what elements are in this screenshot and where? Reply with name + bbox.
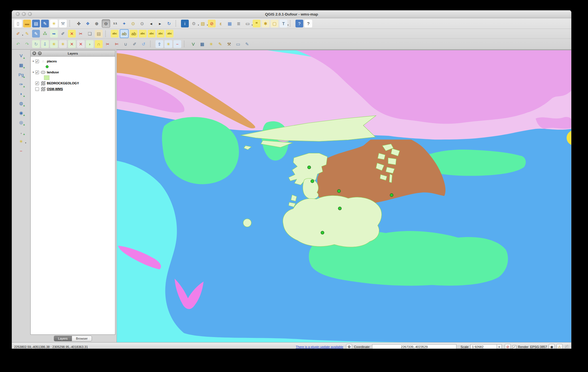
current-edits-button[interactable]: ✐ ▾ (14, 30, 22, 38)
zoom-in-button[interactable]: ⊕ ▾ (93, 20, 101, 27)
crs-status-button[interactable]: ◉ (549, 344, 555, 349)
plugin-manager-button[interactable]: ⚙ (346, 344, 352, 349)
labeling-button[interactable]: abc ▾ (111, 30, 119, 38)
float-panel-button[interactable]: ❐ (38, 51, 42, 55)
grass-close-mapset-button[interactable]: − ▾ (173, 40, 181, 48)
node-tool-button[interactable]: ✐ ▾ (59, 30, 67, 38)
field-calculator-button[interactable]: ≣ ▾ (235, 20, 243, 27)
label-pin-unpin-button[interactable]: ab ▾ (120, 29, 129, 38)
remove-layer-button[interactable]: − ▾ (17, 147, 25, 155)
expand-arrow-icon[interactable]: ▼ (31, 60, 35, 63)
grass-tools-button[interactable]: ⚒ ▾ (225, 40, 233, 48)
delete-ring-button[interactable]: ✕ ▾ (68, 40, 76, 48)
new-shapefile-layer-button[interactable]: ✳ ▾ (17, 137, 25, 145)
zoom-full-button[interactable]: ✦ ▾ (120, 20, 128, 27)
zoom-last-button[interactable]: ◂ ▾ (147, 20, 155, 27)
text-annotation-button[interactable]: T ▾ (280, 20, 287, 27)
open-project-button[interactable]: ▬ ▾ (23, 20, 31, 27)
grass-new-mapset-button[interactable]: ✳ ▾ (164, 40, 172, 48)
cut-features-button[interactable]: ✂ ▾ (77, 30, 85, 38)
label-pin-button[interactable]: ab ▾ (130, 30, 138, 38)
layer-checkbox-places[interactable]: ✓ (35, 59, 39, 63)
identify-features-button[interactable]: i ▾ (181, 20, 189, 27)
toggle-editing-button[interactable]: ✎ ▾ (23, 30, 31, 38)
zoom-native-button[interactable]: 1:1 ▾ (111, 20, 119, 27)
new-bookmark-button[interactable]: ✱ ▾ (262, 20, 269, 27)
add-wfs-layer-button[interactable]: ◎ ▾ + (17, 118, 25, 126)
offset-curve-button[interactable]: ∩ ▾ (95, 40, 103, 48)
layers-panel-header[interactable]: ✕ ❐ Layers (31, 51, 115, 57)
label-show-hidden-button[interactable]: abc ▾ (139, 30, 147, 38)
label-rotate-button[interactable]: abc ▾ (157, 30, 164, 38)
delete-part-button[interactable]: ✕ ▾ (77, 40, 85, 48)
grass-region-button[interactable]: ▭ ▾ (234, 40, 242, 48)
close-window-button[interactable] (16, 12, 20, 16)
delete-selected-button[interactable]: ✕ ▾ (68, 30, 76, 38)
add-spatialite-layer-button[interactable]: ✑ ▾ + (17, 80, 25, 88)
pan-map-button[interactable]: ✤ ▾ (75, 20, 83, 27)
new-project-button[interactable]: ▯ ▾ (14, 20, 22, 27)
label-move-button[interactable]: abc ▾ (148, 30, 156, 38)
help-button[interactable]: ? ▾ (295, 20, 303, 27)
move-feature-button[interactable]: ➥ ▾ (50, 30, 58, 38)
select-by-expression-button[interactable]: ε ▾ (217, 20, 225, 27)
title-bar[interactable]: QGIS 2.0.1-Dufour - wms-map (12, 10, 571, 18)
tab-browser[interactable]: Browser (72, 336, 92, 341)
new-vector-layer-button[interactable]: ✳ ▾ (207, 40, 215, 48)
minimize-window-button[interactable] (22, 12, 26, 16)
messages-button[interactable]: ⚠ (556, 344, 563, 349)
layer-item-landuse[interactable]: ▼ ✓ landuse (31, 69, 114, 75)
paste-features-button[interactable]: ▤ ▾ (95, 30, 103, 38)
save-project-as-button[interactable]: ✎ ▾ (41, 20, 49, 27)
select-features-button[interactable]: ▧ ▾ (199, 20, 207, 27)
plugin-update-link[interactable]: There is a plugin update available (296, 345, 343, 349)
pan-to-selection-button[interactable]: ❖ ▾ (84, 20, 92, 27)
tab-layers[interactable]: Layers (54, 336, 72, 341)
add-part-button[interactable]: ✳ ▾ (59, 40, 67, 48)
whats-this-button[interactable]: ? ▾ (304, 20, 312, 27)
add-ring-button[interactable]: ✳ ▾ (50, 40, 58, 48)
add-vector-layer-button[interactable]: V ▾ + (17, 52, 25, 59)
layer-checkbox-landuse[interactable]: ✓ (35, 70, 39, 74)
composer-manager-button[interactable]: ⚒ ▾ (59, 20, 67, 27)
scale-combo[interactable]: 1:92682 ▼ (470, 344, 502, 349)
layer-item-osm-wms[interactable]: OSM-WMS (31, 86, 114, 92)
zoom-next-button[interactable]: ▸ ▾ (156, 20, 164, 27)
show-bookmarks-button[interactable]: ▢ ▾ (271, 20, 278, 27)
refresh-map-button[interactable]: ↻ ▾ (165, 20, 173, 27)
edit-vector-layer-button[interactable]: ✎ ▾ (216, 40, 224, 48)
add-wms-layer-button[interactable]: ◍ ▾ + (17, 99, 25, 107)
redo-button[interactable]: ↷ ▾ (23, 40, 31, 48)
simplify-feature-button[interactable]: ⇩ ▾ (41, 40, 49, 48)
save-layer-edits-button[interactable]: ✎ ▾ (32, 30, 40, 38)
split-features-button[interactable]: ✂ ▾ (104, 40, 112, 48)
undo-button[interactable]: ↶ ▾ (14, 40, 22, 48)
add-raster-layer-button[interactable]: ▦ ▾ + (17, 61, 25, 69)
coordinate-input[interactable]: 2267339,-4023529 (372, 344, 456, 349)
map-tips-button[interactable]: ❝ ▾ (253, 20, 260, 27)
label-properties-button[interactable]: abc ▾ (166, 30, 173, 38)
layer-checkbox-osm-wms[interactable] (35, 87, 39, 91)
add-vector-layer-alt-button[interactable]: V ▾ (189, 40, 197, 48)
zoom-out-button[interactable]: ⊖ ▾ (102, 19, 110, 28)
open-attribute-table-button[interactable]: ▦ ▾ (226, 20, 234, 27)
layer-item-places[interactable]: ▼ ✓ ∴ places (31, 58, 114, 64)
grass-edit-region-button[interactable]: ✎ ▾ (243, 40, 251, 48)
add-mssql-layer-button[interactable]: ◗ ▾ + (17, 90, 25, 98)
deselect-features-button[interactable]: ⊘ ▾ (208, 20, 216, 27)
grass-open-mapset-button[interactable]: ⇧ ▾ (156, 40, 163, 48)
rotate-point-symbols-button[interactable]: ↺ ▾ (140, 40, 147, 48)
map-canvas[interactable] (117, 50, 571, 342)
layer-checkbox-bedrockgeology[interactable]: ✓ (35, 81, 39, 85)
save-project-button[interactable]: ▤ ▾ (32, 20, 40, 27)
rotate-feature-button[interactable]: ↻ ▾ (32, 40, 40, 48)
add-raster-layer-alt-button[interactable]: ▦ ▾ (198, 40, 206, 48)
close-panel-button[interactable]: ✕ (32, 51, 36, 55)
split-parts-button[interactable]: ✄ ▾ (113, 40, 121, 48)
run-feature-action-button[interactable]: ⚙ ▾ (190, 20, 198, 27)
zoom-to-layer-button[interactable]: ⊙ ▾ (138, 20, 146, 27)
expand-arrow-icon[interactable]: ▼ (31, 71, 35, 74)
fill-ring-button[interactable]: ◗ ▾ (86, 40, 94, 48)
render-checkbox[interactable]: ✓ (513, 345, 516, 349)
layer-item-bedrockgeology[interactable]: ✓ BEDROCKGEOLOGY (31, 80, 114, 86)
